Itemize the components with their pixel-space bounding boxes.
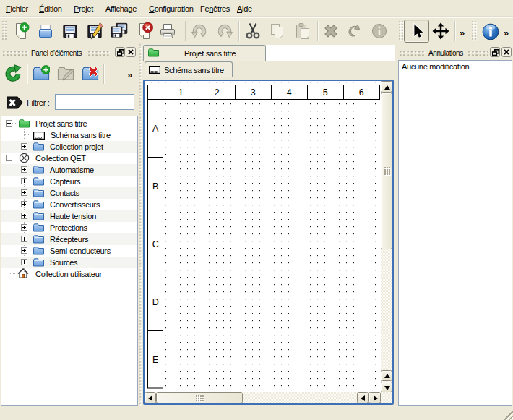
svg-text:E: E bbox=[152, 355, 158, 365]
svg-text:5: 5 bbox=[323, 87, 328, 98]
svg-text:D: D bbox=[152, 297, 159, 307]
svg-text:B: B bbox=[152, 181, 158, 192]
svg-text:4: 4 bbox=[287, 87, 292, 98]
svg-text:2: 2 bbox=[215, 87, 220, 98]
svg-text:A: A bbox=[152, 124, 159, 134]
svg-text:3: 3 bbox=[251, 87, 256, 98]
svg-text:C: C bbox=[152, 239, 159, 249]
svg-text:1: 1 bbox=[178, 87, 184, 98]
svg-text:6: 6 bbox=[359, 87, 364, 98]
